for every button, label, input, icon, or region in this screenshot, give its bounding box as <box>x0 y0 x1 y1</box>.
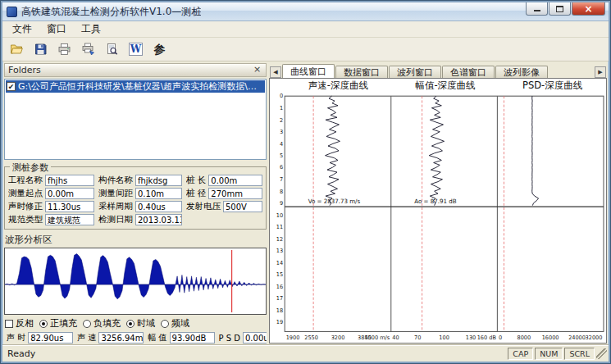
waveform-title: 波形分析区 <box>5 234 266 246</box>
tab-spectrum-window[interactable]: 色谱窗口 <box>442 66 495 78</box>
menu-item-tools[interactable]: 工具 <box>74 20 108 38</box>
chart-title-velocity: 声速-深度曲线 <box>285 80 392 92</box>
tab-wave-train-window[interactable]: 波列窗口 <box>389 66 441 78</box>
tab-wave-image-window[interactable]: 波列影像 <box>495 66 548 78</box>
param-measure-start-value[interactable]: 0.00m <box>45 188 94 199</box>
param-time-correction-value[interactable]: 11.30us <box>45 201 94 212</box>
param-measure-spacing-value[interactable]: 0.10m <box>135 188 182 199</box>
param-project-name-value[interactable]: fhjhs <box>45 175 94 186</box>
parameters-button[interactable]: 参 <box>148 39 171 60</box>
radio-icon <box>39 320 48 328</box>
title-bar[interactable]: 高铁建筑混凝土检测分析软件V1.0—测桩 × <box>2 2 609 21</box>
print-button[interactable] <box>53 39 75 60</box>
export-word-button[interactable]: W <box>125 39 147 60</box>
param-project-name-label: 工程名称 <box>8 175 43 186</box>
folders-panel: Folders × ✔G:\公司产品恒升科技研发\基桩仪器\超声波实拍检测数据\… <box>4 63 267 344</box>
svg-text:40: 40 <box>392 334 399 341</box>
folders-panel-header: Folders × <box>4 63 267 77</box>
status-indicators: CAPNUMSCRL <box>508 348 595 360</box>
param-measure-start-label: 测量起点 <box>8 188 43 199</box>
param-emit-voltage-value[interactable]: 500V <box>223 201 262 212</box>
fill-option-2[interactable]: 负填充 <box>83 317 121 330</box>
param-icon: 参 <box>154 43 166 55</box>
svg-text:6: 6 <box>280 164 283 171</box>
status-text: Ready <box>7 348 35 359</box>
word-icon: W <box>129 43 143 56</box>
chart-titles-row: 声速-深度曲线 幅值-深度曲线 PSD-深度曲线 <box>270 79 606 93</box>
svg-text:19: 19 <box>276 319 283 325</box>
param-test-date: 检测日期2013.03.13 <box>98 214 182 225</box>
menu-bar: 文件窗口工具 <box>2 21 609 38</box>
menu-item-file[interactable]: 文件 <box>5 20 39 38</box>
param-sample-period-label: 采样周期 <box>98 201 133 212</box>
file-tree[interactable]: ✔G:\公司产品恒升科技研发\基桩仪器\超声波实拍检测数据\混凝土cd\ps03… <box>4 79 267 160</box>
waveform-plot[interactable] <box>5 248 266 314</box>
tree-checkbox-icon[interactable]: ✔ <box>7 82 16 91</box>
param-component-name: 构件名称fhjkdsg <box>98 175 182 186</box>
svg-text:Ao = 87.91 dB: Ao = 87.91 dB <box>414 198 456 205</box>
psd-label: P S D <box>219 334 240 343</box>
pile-params-group: 测桩参数 工程名称fhjhs构件名称fhjkdsg桩 长0.00m测量起点0.0… <box>4 166 267 230</box>
tab-scroll-left-icon[interactable]: ◀ <box>270 66 281 78</box>
param-pile-length-value[interactable]: 0.00m <box>208 175 262 186</box>
tree-item-label: G:\公司产品恒升科技研发\基桩仪器\超声波实拍检测数据\混凝土cd\ps03\… <box>18 80 264 93</box>
tree-item[interactable]: ✔G:\公司产品恒升科技研发\基桩仪器\超声波实拍检测数据\混凝土cd\ps03… <box>6 80 265 93</box>
param-time-correction: 声时修正11.30us <box>8 201 94 212</box>
svg-text:11: 11 <box>276 224 283 230</box>
tab-curve-window[interactable]: 曲线窗口 <box>282 64 335 78</box>
close-button[interactable]: × <box>572 2 605 16</box>
minimize-button[interactable] <box>526 2 548 16</box>
svg-text:32000: 32000 <box>586 334 603 341</box>
open-button[interactable] <box>6 39 28 60</box>
tab-data-window[interactable]: 数据窗口 <box>335 66 388 78</box>
chart-area[interactable]: 声速-深度曲线 幅值-深度曲线 PSD-深度曲线 012345678910111… <box>269 78 607 344</box>
param-icon-glyph: 参 <box>154 43 166 55</box>
svg-text:7: 7 <box>280 176 283 183</box>
maximize-icon <box>556 6 563 12</box>
svg-text:16: 16 <box>276 283 283 289</box>
pile-params-grid: 工程名称fhjhs构件名称fhjkdsg桩 长0.00m测量起点0.00m测量间… <box>8 175 262 225</box>
svg-text:2: 2 <box>280 116 283 123</box>
tab-strip: ◀曲线窗口数据窗口波列窗口色谱窗口波列影像▶ <box>269 63 607 78</box>
svg-text:5: 5 <box>280 152 283 159</box>
maximize-button[interactable] <box>549 2 571 16</box>
svg-text:4: 4 <box>280 140 283 147</box>
chart-panel: ◀曲线窗口数据窗口波列窗口色谱窗口波列影像▶ 声速-深度曲线 幅值-深度曲线 P… <box>269 63 607 344</box>
sound-time-label: 声 时 <box>7 332 25 344</box>
domain-option-1-label: 时域 <box>137 317 155 330</box>
invert-checkbox[interactable]: 反相 <box>5 317 34 330</box>
print-setup-button[interactable] <box>77 39 99 60</box>
depth-curves-plot[interactable]: 0123456789101112131415161718191900255032… <box>270 93 606 343</box>
main-area: Folders × ✔G:\公司产品恒升科技研发\基桩仪器\超声波实拍检测数据\… <box>2 61 609 345</box>
resize-grip-icon[interactable] <box>596 348 607 359</box>
svg-text:0: 0 <box>280 93 283 99</box>
menu-item-window[interactable]: 窗口 <box>39 20 74 38</box>
preview-button[interactable] <box>101 39 123 60</box>
tab-scroll-right-icon[interactable]: ▶ <box>595 66 606 78</box>
param-project-name: 工程名称fhjhs <box>8 175 94 186</box>
app-icon <box>7 7 17 17</box>
indicator-cap: CAP <box>508 348 533 360</box>
param-test-date-value[interactable]: 2013.03.13 <box>135 214 182 225</box>
amplitude-label: 幅 值 <box>148 332 166 344</box>
word-icon-glyph: W <box>129 43 143 56</box>
save-icon <box>34 43 48 56</box>
svg-text:2550: 2550 <box>304 334 318 341</box>
waveform-area[interactable] <box>4 248 267 315</box>
save-button[interactable] <box>30 39 52 60</box>
param-component-name-value[interactable]: fhjkdsg <box>135 175 182 186</box>
param-sample-period: 采样周期0.40us <box>98 201 182 212</box>
param-spec-type-value[interactable]: 建筑规范 <box>45 214 94 225</box>
display-controls: 反相正填充负填充时域频域 <box>4 315 267 330</box>
param-measure-spacing: 测量间距0.10m <box>98 188 182 199</box>
param-test-date-label: 检测日期 <box>98 214 133 225</box>
domain-option-1[interactable]: 时域 <box>126 317 155 330</box>
fill-option-1[interactable]: 正填充 <box>39 317 77 330</box>
param-pile-diameter-value[interactable]: 270mm <box>208 188 262 199</box>
sound-velocity-value: 3256.94m/s <box>98 332 144 344</box>
domain-option-2[interactable]: 频域 <box>161 317 189 330</box>
panel-close-icon[interactable]: × <box>252 65 262 75</box>
print-setup-icon <box>81 43 95 56</box>
svg-text:17: 17 <box>276 295 283 302</box>
param-sample-period-value[interactable]: 0.40us <box>135 201 182 212</box>
